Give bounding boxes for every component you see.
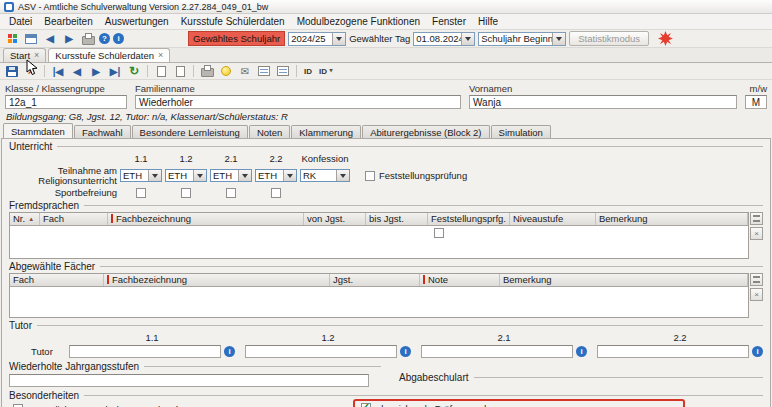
col-note-label: Note (428, 274, 448, 285)
window-list-icon[interactable] (23, 32, 39, 46)
forward-icon[interactable]: ▶ (61, 32, 77, 46)
close-icon[interactable]: × (158, 51, 163, 60)
day-select[interactable]: 01.08.2024 (413, 32, 475, 46)
tutor-field-12[interactable] (245, 345, 397, 358)
tab-noten[interactable]: Noten (249, 125, 290, 138)
chevron-down-icon[interactable] (148, 170, 161, 181)
col-note[interactable]: Note (420, 274, 500, 286)
school-year-select[interactable]: 2024/25 (288, 32, 346, 46)
col-fach[interactable]: Fach (10, 274, 104, 286)
delete-row-button[interactable]: × (750, 227, 763, 240)
module-switch-icon[interactable] (4, 32, 20, 46)
col-bemerkung[interactable]: Bemerkung (596, 213, 748, 225)
tab-start[interactable]: Start × (3, 48, 46, 62)
col-niveaustufe[interactable]: Niveaustufe (510, 213, 596, 225)
tab-simulation[interactable]: Simulation (491, 125, 551, 138)
print-icon[interactable] (80, 32, 96, 46)
info-icon[interactable]: i (400, 346, 411, 357)
id-dropdown-button[interactable]: ID ▲ (317, 67, 336, 76)
sportbefreiung-checkbox-22[interactable] (271, 188, 281, 198)
tab-besondere-lernleistung[interactable]: Besondere Lernleistung (132, 125, 248, 138)
col-fachbezeichnung[interactable]: Fachbezeichnung (108, 213, 304, 225)
chevron-down-icon[interactable] (283, 170, 296, 181)
col-fachbezeichnung[interactable]: Fachbezeichnung (104, 274, 330, 286)
feststellungspruefung-checkbox[interactable] (365, 171, 375, 181)
fremdsprachen-body[interactable] (10, 226, 748, 258)
save-icon[interactable] (4, 64, 20, 78)
chevron-down-icon[interactable] (238, 170, 251, 181)
statistics-mode-button[interactable]: Statistikmodus (569, 31, 649, 46)
col-nr[interactable]: Nr.▲ (10, 213, 40, 225)
col-jgst[interactable]: Jgst. (330, 274, 420, 286)
col-von-jgst[interactable]: von Jgst. (304, 213, 366, 225)
menu-kursstufe-schuelerdaten[interactable]: Kursstufe Schülerdaten (175, 15, 291, 28)
help-icon[interactable]: ? (99, 33, 110, 44)
col-fach[interactable]: Fach (40, 213, 108, 225)
id-button[interactable]: ID (302, 67, 314, 76)
tab-fachwahl[interactable]: Fachwahl (74, 125, 131, 138)
chevron-down-icon[interactable] (336, 170, 349, 181)
chevron-down-icon[interactable] (552, 33, 565, 45)
menu-auswertungen[interactable]: Auswertungen (99, 15, 175, 28)
next-record-icon[interactable]: ▶ (88, 64, 104, 78)
print-record-icon[interactable] (199, 64, 215, 78)
konfession-select[interactable]: RK (300, 169, 350, 182)
table-view-icon[interactable] (256, 64, 272, 78)
first-record-icon[interactable]: |◀ (50, 64, 66, 78)
firstname-field[interactable]: Wanja (469, 95, 737, 109)
tab-klammerung[interactable]: Klammerung (291, 125, 361, 138)
column-config-button[interactable] (750, 273, 763, 286)
col-feststellungsprfg[interactable]: Feststellungsprfg. (428, 213, 510, 225)
tab-kursstufe-schuelerdaten[interactable]: Kursstufe Schülerdaten × (48, 48, 170, 62)
tab-stammdaten[interactable]: Stammdaten (3, 123, 73, 138)
column-config-button[interactable] (750, 212, 763, 225)
copy-record-icon[interactable] (172, 64, 188, 78)
abweichende-checkbox[interactable]: ✓ (361, 403, 371, 407)
menu-fenster[interactable]: Fenster (426, 15, 472, 28)
menu-bearbeiten[interactable]: Bearbeiten (38, 15, 98, 28)
tutor-col-11: 1.1 (69, 332, 235, 343)
refresh-icon[interactable]: ↻ (126, 64, 142, 78)
religion-select-11[interactable]: ETH (120, 169, 162, 182)
col-bemerkung[interactable]: Bemerkung (500, 274, 748, 286)
tutor-col-21: 2.1 (421, 332, 587, 343)
row-feststellungsprfg-checkbox[interactable] (434, 228, 444, 238)
class-field[interactable]: 12a_1 (5, 95, 127, 109)
back-icon[interactable]: ◀ (42, 32, 58, 46)
info-icon[interactable]: i (576, 346, 587, 357)
sex-field[interactable]: M (745, 95, 767, 109)
new-record-icon[interactable] (153, 64, 169, 78)
menu-modulbezogene-funktionen[interactable]: Modulbezogene Funktionen (291, 15, 426, 28)
abgewaehlte-body[interactable] (10, 287, 748, 317)
tutor-field-21[interactable] (421, 345, 573, 358)
discard-icon[interactable]: × (23, 64, 39, 78)
chevron-down-icon[interactable] (332, 33, 345, 45)
religion-select-12[interactable]: ETH (165, 169, 207, 182)
close-icon[interactable]: × (34, 51, 39, 60)
term-select[interactable]: Schuljahr Beginn (478, 32, 566, 46)
tab-abiturergebnisse[interactable]: Abiturergebnisse (Block 2) (362, 125, 489, 138)
matrix-view-icon[interactable] (275, 64, 291, 78)
info-icon[interactable]: i (752, 346, 763, 357)
wiederholte-field[interactable] (9, 374, 369, 387)
sportbefreiung-checkbox-11[interactable] (136, 188, 146, 198)
tutor-field-11[interactable] (69, 345, 221, 358)
delete-row-button[interactable]: × (750, 288, 763, 301)
info-icon[interactable]: i (113, 33, 124, 44)
religion-select-22[interactable]: ETH (255, 169, 297, 182)
info-icon[interactable]: i (224, 346, 235, 357)
sportbefreiung-checkbox-21[interactable] (226, 188, 236, 198)
chevron-down-icon[interactable] (193, 170, 206, 181)
menu-hilfe[interactable]: Hilfe (472, 15, 504, 28)
chevron-down-icon[interactable] (461, 33, 474, 45)
last-record-icon[interactable]: ▶| (107, 64, 123, 78)
mail-icon[interactable]: ✉ (237, 64, 253, 78)
previous-record-icon[interactable]: ◀ (69, 64, 85, 78)
tutor-field-22[interactable] (597, 345, 749, 358)
col-bis-jgst[interactable]: bis Jgst. (366, 213, 428, 225)
hint-icon[interactable] (218, 64, 234, 78)
lastname-field[interactable]: Wiederholer (135, 95, 461, 109)
sportbefreiung-checkbox-12[interactable] (181, 188, 191, 198)
menu-datei[interactable]: Datei (3, 15, 38, 28)
religion-select-21[interactable]: ETH (210, 169, 252, 182)
